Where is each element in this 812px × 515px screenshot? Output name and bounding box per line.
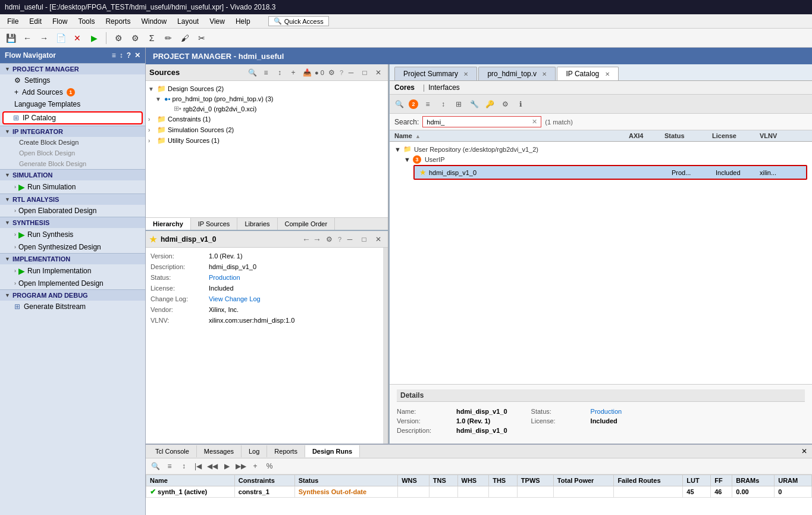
section-synthesis[interactable]: ▼ SYNTHESIS [0,217,145,228]
redo-button[interactable]: → [37,31,51,45]
sources-filter-btn[interactable]: ≡ [260,67,272,79]
ip-props-scrollbar[interactable] [383,248,388,444]
compile-button[interactable]: ⚙ [111,31,126,45]
tab-project-summary[interactable]: Project Summary ✕ [394,67,477,80]
table-row[interactable]: ✔ synth_1 (active) constrs_1 Synthesis O… [146,486,812,498]
catalog-search-clear[interactable]: ✕ [532,118,537,126]
catalog-info-btn[interactable]: ℹ [515,98,526,110]
user-repo-header[interactable]: ▼ 📁 User Repository (e:/desktop/rgb2dvi_… [394,144,807,154]
sources-search-btn[interactable]: 🔍 [246,67,258,79]
nav-help-icon[interactable]: ↕ [120,51,123,60]
section-implementation[interactable]: ▼ IMPLEMENTATION [0,253,145,264]
nav-open-synthesized-design[interactable]: › Open Synthesized Design [0,241,145,253]
catalog-key-btn[interactable]: 🔑 [484,98,496,110]
new-button[interactable]: 📄 [54,31,68,45]
catalog-filter-btn[interactable]: ≡ [422,98,434,110]
nav-run-implementation[interactable]: › ▶ Run Implementation [0,264,145,277]
tab-messages[interactable]: Messages [197,445,242,457]
ip-props-min-btn[interactable]: ─ [344,233,356,245]
tab-hierarchy[interactable]: Hierarchy [146,218,191,230]
expand-utility-sources[interactable]: › [148,138,155,144]
nav-settings[interactable]: ⚙ Settings [0,74,145,86]
sources-add-btn[interactable]: + [287,67,299,79]
runs-percent-btn[interactable]: % [264,460,275,472]
nav-run-simulation[interactable]: › ▶ Run Simulation [0,180,145,193]
design-sources-item[interactable]: ▼ 📁 Design Sources (2) [146,83,388,94]
tab-compile-order[interactable]: Compile Order [278,218,336,230]
runs-play-btn[interactable]: ▶ [221,460,233,472]
nav-settings-icon[interactable]: ? [127,51,131,60]
userip-header[interactable]: ▼ 3 UserIP [404,154,807,165]
simulation-sources-item[interactable]: › 📁 Simulation Sources (2) [146,124,388,135]
section-ip-integrator[interactable]: ▼ IP INTEGRATOR [0,126,145,137]
sum-button[interactable]: Σ [145,31,159,45]
runs-first-btn[interactable]: |◀ [192,460,204,472]
ip-props-settings-btn[interactable]: ⚙ [324,233,336,245]
rgb2dvi-item[interactable]: ⊞▪ rgb2dvi_0 (rgb2dvi_0.xci) [146,104,388,114]
catalog-gear-btn[interactable]: ⚙ [499,98,511,110]
pro-hdmi-top-item[interactable]: ▼ ●▪ pro_hdmi_top (pro_hdmi_top.v) (3) [146,94,388,104]
tab-ip-sources[interactable]: IP Sources [191,218,238,230]
sources-settings-btn[interactable]: ⚙ [326,67,338,79]
tab-pro-hdmi-top[interactable]: pro_hdmi_top.v ✕ [478,67,556,80]
cut-button[interactable]: ✂ [195,31,209,45]
subtab-cores[interactable]: Cores [394,83,415,92]
ip-props-close-btn[interactable]: ✕ [372,233,384,245]
nav-generate-bitstream[interactable]: ⊞ Generate Bitstream [0,301,145,313]
undo-button[interactable]: ← [20,31,35,45]
runs-filter-btn[interactable]: ≡ [164,460,175,472]
nav-add-sources[interactable]: + Add Sources 1 [0,86,145,98]
menu-window[interactable]: Window [136,16,171,27]
run-button[interactable]: ▶ [87,31,101,45]
sources-expand-btn[interactable]: ↕ [274,67,286,79]
tab-tcl-console[interactable]: Tcl Console [148,445,197,457]
menu-view[interactable]: View [205,16,230,27]
edit-button[interactable]: ✏ [161,31,175,45]
utility-sources-item[interactable]: › 📁 Utility Sources (1) [146,135,388,146]
menu-tools[interactable]: Tools [73,16,99,27]
next-arrow[interactable]: → [313,235,321,244]
menu-edit[interactable]: Edit [24,16,46,27]
changelog-value[interactable]: View Change Log [209,295,261,302]
section-rtl-analysis[interactable]: ▼ RTL ANALYSIS [0,193,145,205]
nav-open-implemented-design[interactable]: › Open Implemented Design [0,277,145,289]
close-button[interactable]: ✕ [70,31,84,45]
brush-button[interactable]: 🖌 [178,31,192,45]
sources-close-btn[interactable]: ✕ [372,67,384,79]
sources-min-btn[interactable]: ─ [345,67,357,79]
menu-flow[interactable]: Flow [48,16,72,27]
tab-log[interactable]: Log [242,445,267,457]
expand-constraints[interactable]: › [148,116,155,123]
quick-access[interactable]: 🔍 Quick Access [268,16,329,26]
settings-button[interactable]: ⚙ [128,31,142,45]
menu-help[interactable]: Help [231,16,255,27]
subtab-interfaces[interactable]: Interfaces [428,83,460,92]
catalog-search-btn[interactable]: 🔍 [393,98,405,110]
tab-reports[interactable]: Reports [267,445,305,457]
prev-arrow[interactable]: ← [302,235,311,244]
tab-libraries[interactable]: Libraries [237,218,277,230]
tab-design-runs[interactable]: Design Runs [305,445,360,457]
catalog-search-box[interactable]: hdmi_ ✕ [422,116,541,127]
expand-pro-hdmi[interactable]: ▼ [155,96,162,102]
nav-create-block-design[interactable]: Create Block Design [0,137,145,148]
bottom-panel-close[interactable]: ✕ [799,445,810,458]
nav-run-synthesis[interactable]: › ▶ Run Synthesis [0,228,145,241]
ip-catalog-close[interactable]: ✕ [605,71,610,77]
nav-open-elaborated-design[interactable]: › Open Elaborated Design [0,205,145,217]
pro-hdmi-top-close[interactable]: ✕ [542,71,547,77]
menu-file[interactable]: File [2,16,23,27]
runs-prev-btn[interactable]: ◀◀ [206,460,218,472]
sources-max-btn[interactable]: □ [359,67,371,79]
runs-search-btn[interactable]: 🔍 [149,460,161,472]
nav-close-icon[interactable]: ✕ [134,51,140,60]
expand-sim-sources[interactable]: › [148,127,155,133]
runs-add-btn[interactable]: + [249,460,261,472]
section-project-manager[interactable]: ▼ PROJECT MANAGER [0,63,145,74]
section-simulation[interactable]: ▼ SIMULATION [0,169,145,180]
catalog-item-hdmi-disp[interactable]: ★ hdmi_disp_v1_0 Prod... Included xilin.… [413,165,807,180]
tab-ip-catalog[interactable]: IP Catalog ✕ [557,67,618,80]
runs-next-btn[interactable]: ▶▶ [235,460,247,472]
nav-language-templates[interactable]: Language Templates [0,98,145,110]
nav-ip-catalog[interactable]: ⊞ IP Catalog [2,111,143,124]
